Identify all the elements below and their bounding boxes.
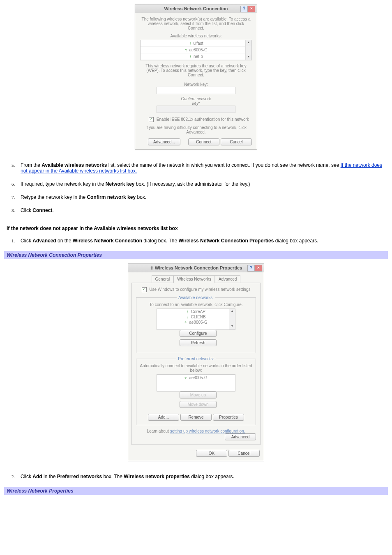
step-5: 5. From the Available wireless networks …: [21, 162, 388, 174]
list-item: ⫯CoreAP: [157, 309, 235, 314]
ieee-checkbox-label: Enable IEEE 802.1x authentication for th…: [157, 117, 249, 122]
caption-band-2: Wireless Network Properties: [4, 487, 388, 495]
adv-help-text: If you are having difficulty connecting …: [140, 125, 252, 134]
signal-icon: ᯤ: [184, 320, 188, 325]
list-item: ⫯CLIENB: [157, 314, 235, 320]
refresh-button[interactable]: Refresh: [180, 339, 217, 346]
available-networks-list[interactable]: ⫯CoreAP ⫯CLIENB ᯤae8005-G ▴▾: [157, 309, 235, 330]
use-windows-label: Use Windows to configure my wireless net…: [149, 287, 250, 292]
use-windows-checkbox[interactable]: ✓: [142, 287, 147, 292]
substep-1: 1. Click Advanced on the Wireless Networ…: [21, 238, 388, 244]
dialog-titlebar: Wireless Network Connection ? ×: [135, 5, 257, 13]
list-item: ⫯ulfast: [141, 40, 251, 47]
connect-button[interactable]: Connect: [188, 138, 219, 145]
scrollbar[interactable]: ▴▾: [229, 309, 235, 329]
dialog-title: Wireless Network Connection Properties: [155, 265, 242, 270]
preferred-networks-list[interactable]: ᯤae8005-G: [157, 374, 235, 391]
available-networks-list[interactable]: ⫯ulfast ⫯ae8005-G ⫯net-b ▴▾: [140, 40, 252, 60]
available-legend: Available networks:: [177, 295, 215, 300]
help-icon[interactable]: ?: [240, 6, 248, 12]
properties-button[interactable]: Properties: [213, 414, 244, 421]
wep-text: This wireless network requires the use o…: [140, 64, 252, 77]
remove-button[interactable]: Remove: [180, 414, 212, 421]
tab-general[interactable]: General: [152, 275, 174, 283]
advanced-button[interactable]: Advanced...: [148, 138, 180, 145]
cancel-button[interactable]: Cancel: [221, 138, 252, 145]
network-key-label: Network key:: [178, 82, 214, 87]
move-down-button[interactable]: Move down: [180, 401, 217, 408]
confirm-key-label: Confirm network key:: [178, 97, 214, 106]
move-up-button[interactable]: Move up: [180, 391, 217, 398]
configure-button[interactable]: Configure: [180, 330, 217, 337]
signal-icon: ⫯: [186, 315, 189, 319]
list-item: ᯤae8005-G: [157, 375, 235, 381]
available-networks-group: Available networks: To connect to an ava…: [136, 295, 256, 353]
network-key-input[interactable]: [157, 87, 235, 94]
add-button[interactable]: Add...: [148, 414, 179, 421]
list-item: ⫯net-b: [141, 53, 251, 60]
confirm-key-input[interactable]: [157, 106, 235, 113]
help-icon[interactable]: ?: [247, 265, 255, 272]
step-7: 7. Retype the network key in the Confirm…: [21, 194, 388, 200]
dialog-title: Wireless Network Connection: [164, 6, 228, 11]
scroll-down-icon[interactable]: ▾: [229, 324, 235, 329]
close-icon[interactable]: ×: [248, 6, 255, 12]
section-heading: If the network does not appear in the Av…: [7, 226, 388, 231]
list-item: ᯤae8005-G: [157, 320, 235, 325]
caption-band-1: Wireless Network Connection Properties: [4, 251, 388, 259]
dialog-desc: The following wireless network(s) are av…: [140, 17, 252, 30]
advanced-button[interactable]: Advanced: [225, 433, 256, 440]
scroll-up-icon[interactable]: ▴: [246, 40, 251, 46]
preferred-help-text: Automatically connect to available netwo…: [140, 364, 252, 373]
step-6: 6. If required, type the network key in …: [21, 181, 388, 187]
ok-button[interactable]: OK: [196, 450, 227, 457]
signal-icon: ⫯: [184, 48, 188, 52]
cancel-button[interactable]: Cancel: [228, 450, 260, 457]
scroll-down-icon[interactable]: ▾: [246, 55, 251, 60]
close-icon[interactable]: ×: [255, 265, 262, 272]
tab-advanced[interactable]: Advanced: [215, 275, 240, 283]
step-8: 8. Click Connect.: [21, 207, 388, 213]
wireless-connection-dialog: Wireless Network Connection ? × The foll…: [135, 4, 257, 150]
scrollbar[interactable]: ▴▾: [245, 40, 251, 60]
wireless-properties-dialog: ⬆ Wireless Network Connection Properties…: [128, 263, 264, 461]
dialog-titlebar: ⬆ Wireless Network Connection Properties…: [128, 264, 264, 272]
list-item: ⫯ae8005-G: [141, 47, 251, 53]
signal-icon: ⫯: [189, 41, 192, 46]
available-help-text: To connect to an available network, clic…: [140, 302, 252, 307]
tab-wireless-networks[interactable]: Wireless Networks: [173, 275, 215, 283]
ieee-checkbox[interactable]: ✓: [149, 117, 154, 122]
scroll-up-icon[interactable]: ▴: [229, 309, 235, 314]
preferred-networks-group: Preferred networks: Automatically connec…: [136, 357, 256, 425]
learn-link[interactable]: setting up wireless network configuratio…: [170, 429, 245, 433]
signal-icon: ⫯: [189, 55, 192, 59]
tab-strip: GeneralWireless NetworksAdvanced: [131, 275, 261, 283]
signal-icon: ⫯: [187, 310, 190, 314]
preferred-legend: Preferred networks:: [176, 357, 215, 361]
signal-icon: ᯤ: [184, 376, 188, 380]
available-list-label: Available wireless networks:: [140, 34, 252, 38]
substep-2: 2. Click Add in the Preferred networks b…: [21, 474, 388, 479]
